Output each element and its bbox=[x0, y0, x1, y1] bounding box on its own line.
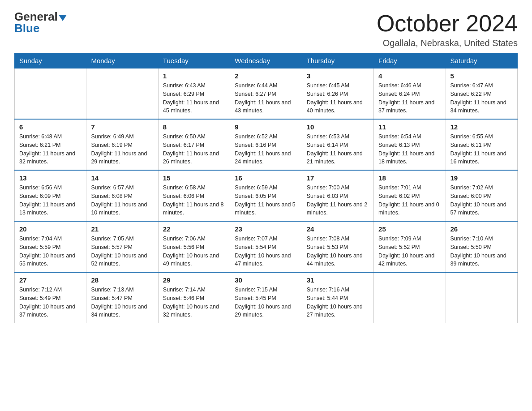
calendar-table: SundayMondayTuesdayWednesdayThursdayFrid… bbox=[14, 53, 518, 323]
day-number: 12 bbox=[450, 123, 513, 131]
calendar-cell: 30Sunrise: 7:15 AM Sunset: 5:45 PM Dayli… bbox=[230, 272, 302, 323]
day-info: Sunrise: 6:52 AM Sunset: 6:16 PM Dayligh… bbox=[235, 133, 297, 166]
calendar-cell: 19Sunrise: 7:02 AM Sunset: 6:00 PM Dayli… bbox=[446, 170, 517, 221]
calendar-cell bbox=[374, 272, 446, 323]
day-number: 6 bbox=[19, 123, 82, 131]
day-info: Sunrise: 7:16 AM Sunset: 5:44 PM Dayligh… bbox=[307, 286, 369, 319]
day-info: Sunrise: 7:04 AM Sunset: 5:59 PM Dayligh… bbox=[19, 235, 82, 268]
calendar-cell: 25Sunrise: 7:09 AM Sunset: 5:52 PM Dayli… bbox=[374, 221, 446, 272]
month-title: October 2024 bbox=[377, 11, 518, 36]
day-info: Sunrise: 7:10 AM Sunset: 5:50 PM Dayligh… bbox=[450, 235, 513, 268]
location: Ogallala, Nebraska, United States bbox=[377, 38, 518, 48]
column-header-friday: Friday bbox=[374, 53, 446, 68]
calendar-cell: 28Sunrise: 7:13 AM Sunset: 5:47 PM Dayli… bbox=[86, 272, 158, 323]
day-info: Sunrise: 6:57 AM Sunset: 6:08 PM Dayligh… bbox=[91, 184, 153, 217]
day-info: Sunrise: 6:58 AM Sunset: 6:06 PM Dayligh… bbox=[163, 184, 225, 217]
day-info: Sunrise: 7:00 AM Sunset: 6:03 PM Dayligh… bbox=[307, 184, 369, 217]
calendar-cell: 5Sunrise: 6:47 AM Sunset: 6:22 PM Daylig… bbox=[446, 68, 517, 120]
calendar-cell: 11Sunrise: 6:54 AM Sunset: 6:13 PM Dayli… bbox=[374, 119, 446, 170]
day-number: 19 bbox=[450, 174, 513, 182]
logo-triangle-icon bbox=[59, 15, 67, 21]
day-number: 8 bbox=[163, 123, 225, 131]
calendar-cell: 17Sunrise: 7:00 AM Sunset: 6:03 PM Dayli… bbox=[302, 170, 373, 221]
column-header-wednesday: Wednesday bbox=[230, 53, 302, 68]
day-info: Sunrise: 7:14 AM Sunset: 5:46 PM Dayligh… bbox=[163, 286, 225, 319]
day-info: Sunrise: 6:47 AM Sunset: 6:22 PM Dayligh… bbox=[450, 81, 513, 115]
day-info: Sunrise: 6:56 AM Sunset: 6:09 PM Dayligh… bbox=[19, 184, 82, 217]
day-info: Sunrise: 7:02 AM Sunset: 6:00 PM Dayligh… bbox=[450, 184, 513, 217]
day-number: 10 bbox=[307, 123, 369, 131]
day-info: Sunrise: 7:13 AM Sunset: 5:47 PM Dayligh… bbox=[91, 286, 153, 319]
calendar-cell: 16Sunrise: 6:59 AM Sunset: 6:05 PM Dayli… bbox=[230, 170, 302, 221]
day-info: Sunrise: 7:05 AM Sunset: 5:57 PM Dayligh… bbox=[91, 235, 153, 268]
day-info: Sunrise: 7:15 AM Sunset: 5:45 PM Dayligh… bbox=[235, 286, 297, 319]
calendar-cell: 4Sunrise: 6:46 AM Sunset: 6:24 PM Daylig… bbox=[374, 68, 446, 120]
day-number: 17 bbox=[307, 174, 369, 182]
day-number: 20 bbox=[19, 225, 82, 233]
day-number: 21 bbox=[91, 225, 153, 233]
page-header: General Blue October 2024 Ogallala, Nebr… bbox=[14, 11, 518, 48]
day-info: Sunrise: 6:43 AM Sunset: 6:29 PM Dayligh… bbox=[163, 81, 225, 115]
day-number: 29 bbox=[163, 276, 225, 284]
calendar-cell: 7Sunrise: 6:49 AM Sunset: 6:19 PM Daylig… bbox=[86, 119, 158, 170]
day-info: Sunrise: 7:07 AM Sunset: 5:54 PM Dayligh… bbox=[235, 235, 297, 268]
calendar-cell: 2Sunrise: 6:44 AM Sunset: 6:27 PM Daylig… bbox=[230, 68, 302, 120]
logo: General Blue bbox=[14, 11, 67, 34]
day-number: 3 bbox=[307, 72, 369, 80]
day-number: 1 bbox=[163, 72, 225, 80]
day-number: 14 bbox=[91, 174, 153, 182]
day-number: 4 bbox=[378, 72, 441, 80]
day-number: 18 bbox=[378, 174, 441, 182]
day-number: 11 bbox=[378, 123, 441, 131]
day-number: 24 bbox=[307, 225, 369, 233]
calendar-week-row: 27Sunrise: 7:12 AM Sunset: 5:49 PM Dayli… bbox=[15, 272, 518, 323]
calendar-cell: 13Sunrise: 6:56 AM Sunset: 6:09 PM Dayli… bbox=[15, 170, 86, 221]
day-number: 26 bbox=[450, 225, 513, 233]
logo-top-row: General bbox=[14, 11, 67, 22]
day-number: 22 bbox=[163, 225, 225, 233]
calendar-cell: 9Sunrise: 6:52 AM Sunset: 6:16 PM Daylig… bbox=[230, 119, 302, 170]
calendar-cell: 26Sunrise: 7:10 AM Sunset: 5:50 PM Dayli… bbox=[446, 221, 517, 272]
calendar-cell: 10Sunrise: 6:53 AM Sunset: 6:14 PM Dayli… bbox=[302, 119, 373, 170]
day-info: Sunrise: 7:12 AM Sunset: 5:49 PM Dayligh… bbox=[19, 286, 82, 319]
calendar-cell: 27Sunrise: 7:12 AM Sunset: 5:49 PM Dayli… bbox=[15, 272, 86, 323]
calendar-cell: 18Sunrise: 7:01 AM Sunset: 6:02 PM Dayli… bbox=[374, 170, 446, 221]
calendar-cell: 21Sunrise: 7:05 AM Sunset: 5:57 PM Dayli… bbox=[86, 221, 158, 272]
day-number: 9 bbox=[235, 123, 297, 131]
calendar-cell: 24Sunrise: 7:08 AM Sunset: 5:53 PM Dayli… bbox=[302, 221, 373, 272]
day-number: 5 bbox=[450, 72, 513, 80]
day-number: 15 bbox=[163, 174, 225, 182]
logo-blue-text: Blue bbox=[14, 22, 39, 34]
calendar-cell: 6Sunrise: 6:48 AM Sunset: 6:21 PM Daylig… bbox=[15, 119, 86, 170]
day-info: Sunrise: 6:46 AM Sunset: 6:24 PM Dayligh… bbox=[378, 81, 441, 115]
column-header-tuesday: Tuesday bbox=[158, 53, 230, 68]
day-info: Sunrise: 7:01 AM Sunset: 6:02 PM Dayligh… bbox=[378, 184, 441, 217]
calendar-cell: 8Sunrise: 6:50 AM Sunset: 6:17 PM Daylig… bbox=[158, 119, 230, 170]
day-number: 2 bbox=[235, 72, 297, 80]
title-block: October 2024 Ogallala, Nebraska, United … bbox=[377, 11, 518, 48]
calendar-cell: 15Sunrise: 6:58 AM Sunset: 6:06 PM Dayli… bbox=[158, 170, 230, 221]
calendar-cell: 14Sunrise: 6:57 AM Sunset: 6:08 PM Dayli… bbox=[86, 170, 158, 221]
calendar-week-row: 1Sunrise: 6:43 AM Sunset: 6:29 PM Daylig… bbox=[15, 68, 518, 120]
day-info: Sunrise: 7:09 AM Sunset: 5:52 PM Dayligh… bbox=[378, 235, 441, 268]
calendar-week-row: 13Sunrise: 6:56 AM Sunset: 6:09 PM Dayli… bbox=[15, 170, 518, 221]
calendar-week-row: 6Sunrise: 6:48 AM Sunset: 6:21 PM Daylig… bbox=[15, 119, 518, 170]
calendar-cell bbox=[15, 68, 86, 120]
column-header-monday: Monday bbox=[86, 53, 158, 68]
day-number: 13 bbox=[19, 174, 82, 182]
day-info: Sunrise: 6:54 AM Sunset: 6:13 PM Dayligh… bbox=[378, 133, 441, 166]
day-number: 31 bbox=[307, 276, 369, 284]
calendar-cell bbox=[86, 68, 158, 120]
day-info: Sunrise: 6:48 AM Sunset: 6:21 PM Dayligh… bbox=[19, 133, 82, 166]
calendar-cell: 3Sunrise: 6:45 AM Sunset: 6:26 PM Daylig… bbox=[302, 68, 373, 120]
day-info: Sunrise: 6:44 AM Sunset: 6:27 PM Dayligh… bbox=[235, 81, 297, 115]
day-number: 16 bbox=[235, 174, 297, 182]
calendar-cell: 31Sunrise: 7:16 AM Sunset: 5:44 PM Dayli… bbox=[302, 272, 373, 323]
day-info: Sunrise: 6:53 AM Sunset: 6:14 PM Dayligh… bbox=[307, 133, 369, 166]
calendar-cell: 20Sunrise: 7:04 AM Sunset: 5:59 PM Dayli… bbox=[15, 221, 86, 272]
day-number: 7 bbox=[91, 123, 153, 131]
column-header-saturday: Saturday bbox=[446, 53, 517, 68]
calendar-cell: 22Sunrise: 7:06 AM Sunset: 5:56 PM Dayli… bbox=[158, 221, 230, 272]
calendar-cell: 29Sunrise: 7:14 AM Sunset: 5:46 PM Dayli… bbox=[158, 272, 230, 323]
day-info: Sunrise: 7:08 AM Sunset: 5:53 PM Dayligh… bbox=[307, 235, 369, 268]
